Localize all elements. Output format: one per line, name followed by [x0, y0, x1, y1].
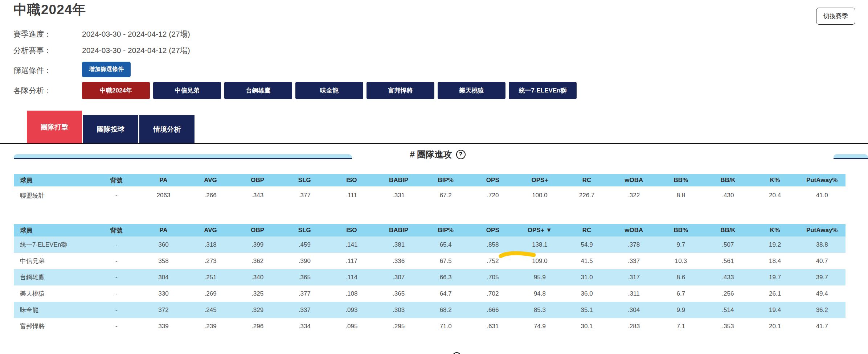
stat-cell: 38.8 [798, 236, 846, 253]
stat-cell: .114 [328, 269, 375, 285]
stat-cell: 41.7 [798, 318, 846, 334]
column-header-iso[interactable]: ISO [328, 174, 375, 186]
team-filter-button-tsg-hawks[interactable]: 台鋼雄鷹 [224, 82, 292, 99]
add-filter-button[interactable]: 增加篩選條件 [82, 62, 131, 77]
table-scrollbar-right[interactable] [834, 154, 868, 159]
column-header-iso[interactable]: ISO [328, 224, 375, 236]
stat-cell: 39.7 [798, 269, 846, 285]
filter-conditions-label: 篩選條件： [13, 65, 52, 75]
stat-cell: 40.7 [798, 253, 846, 269]
stat-cell: 54.9 [563, 236, 610, 253]
header-row: 球員背號PAAVGOBPSLGISOBABIPBIP%OPSOPS+RCwOBA… [14, 174, 846, 186]
team-filter-button-uni-lions[interactable]: 統一7-ELEVEn獅 [509, 82, 577, 99]
stat-cell: 67.2 [422, 186, 469, 205]
column-header-bb/k[interactable]: BB/K [704, 174, 752, 186]
stat-cell: 71.0 [422, 318, 469, 334]
stat-cell: - [93, 236, 140, 253]
column-header-bb%[interactable]: BB% [658, 224, 705, 236]
stat-cell: - [93, 269, 140, 285]
stat-cell: 85.3 [516, 302, 564, 318]
team-filter-button-ctbc-brothers[interactable]: 中信兄弟 [153, 82, 221, 99]
team-name-cell: 統一7-ELEVEn獅 [14, 236, 93, 253]
column-header-ops[interactable]: OPS [469, 174, 516, 186]
column-header-球員[interactable]: 球員 [14, 224, 93, 236]
stat-cell: .336 [375, 253, 422, 269]
column-header-bip%[interactable]: BIP% [422, 174, 469, 186]
column-header-putaway%[interactable]: PutAway% [798, 174, 846, 186]
stat-cell: .256 [704, 285, 752, 302]
column-header-bip%[interactable]: BIP% [422, 224, 469, 236]
stat-cell: 8.8 [658, 186, 705, 205]
stat-cell: .303 [375, 302, 422, 318]
team-filter-button-fubon-guardians[interactable]: 富邦悍將 [367, 82, 434, 99]
column-header-avg[interactable]: AVG [187, 224, 234, 236]
team-filter-button-rakuten-monkeys[interactable]: 樂天桃猿 [438, 82, 505, 99]
stat-cell: 64.7 [422, 285, 469, 302]
stat-cell: 372 [140, 302, 187, 318]
column-header-pa[interactable]: PA [140, 174, 187, 186]
stat-cell: 9.9 [658, 302, 705, 318]
stat-cell: .266 [187, 186, 234, 205]
stat-cell: .295 [375, 318, 422, 334]
stat-cell: .318 [187, 236, 234, 253]
tab-team-batting[interactable]: 團隊打擊 [27, 111, 82, 144]
stat-cell: .273 [187, 253, 234, 269]
column-header-avg[interactable]: AVG [187, 174, 234, 186]
stat-cell: 66.3 [422, 269, 469, 285]
column-header-pa[interactable]: PA [140, 224, 187, 236]
team-name-cell: 樂天桃猿 [14, 285, 93, 302]
column-header-woba[interactable]: wOBA [610, 174, 658, 186]
stat-cell: 49.4 [798, 285, 846, 302]
team-filter-button-cpbl-2024[interactable]: 中職2024年 [82, 82, 150, 99]
table-scrollbar-left[interactable] [14, 154, 352, 159]
column-header-slg[interactable]: SLG [281, 224, 328, 236]
column-header-背號[interactable]: 背號 [93, 224, 140, 236]
column-header-obp[interactable]: OBP [234, 174, 281, 186]
column-header-putaway%[interactable]: PutAway% [798, 224, 846, 236]
stat-cell: .858 [469, 236, 516, 253]
tab-situation-analysis[interactable]: 情境分析 [139, 115, 195, 144]
stat-cell: 226.7 [563, 186, 610, 205]
stat-cell: 94.8 [516, 285, 564, 302]
stat-cell: .329 [234, 302, 281, 318]
team-name-cell: 富邦悍將 [14, 318, 93, 334]
column-header-bb%[interactable]: BB% [658, 174, 705, 186]
column-header-ops+[interactable]: OPS+ [516, 174, 564, 186]
column-header-slg[interactable]: SLG [281, 174, 328, 186]
column-header-woba[interactable]: wOBA [610, 224, 658, 236]
stat-cell: .399 [234, 236, 281, 253]
tab-team-pitching[interactable]: 團隊投球 [83, 115, 138, 144]
stat-cell: .304 [610, 302, 658, 318]
column-header-babip[interactable]: BABIP [375, 174, 422, 186]
season-progress-value: 2024-03-30 - 2024-04-12 (27場) [82, 29, 190, 39]
stat-cell: 68.2 [422, 302, 469, 318]
switch-season-button[interactable]: 切換賽季 [816, 8, 855, 25]
column-header-背號[interactable]: 背號 [93, 174, 140, 186]
column-header-rc[interactable]: RC [563, 174, 610, 186]
stat-cell: .093 [328, 302, 375, 318]
column-header-bb/k[interactable]: BB/K [704, 224, 752, 236]
stat-cell: .334 [281, 318, 328, 334]
question-mark-circle-icon[interactable]: ? [456, 150, 466, 159]
stat-cell: - [93, 285, 140, 302]
stat-cell: .430 [704, 186, 752, 205]
stat-cell: .095 [328, 318, 375, 334]
column-header-球員[interactable]: 球員 [14, 174, 93, 186]
team-filter-button-wei-chuan-dragons[interactable]: 味全龍 [295, 82, 363, 99]
column-header-rc[interactable]: RC [563, 224, 610, 236]
column-header-k%[interactable]: K% [752, 224, 799, 236]
table-row: 富邦悍將-339.239.296.334.095.29571.0.63174.9… [14, 318, 846, 334]
stat-cell: 65.4 [422, 236, 469, 253]
column-header-ops[interactable]: OPS [469, 224, 516, 236]
column-header-k%[interactable]: K% [752, 174, 799, 186]
column-header-babip[interactable]: BABIP [375, 224, 422, 236]
stat-cell: .514 [704, 302, 752, 318]
stat-cell: .111 [328, 186, 375, 205]
stat-cell: 30.1 [563, 318, 610, 334]
stat-cell: .311 [610, 285, 658, 302]
league-stats-table: 球員背號PAAVGOBPSLGISOBABIPBIP%OPSOPS+RCwOBA… [14, 174, 846, 205]
stat-cell: .377 [281, 285, 328, 302]
column-header-obp[interactable]: OBP [234, 224, 281, 236]
column-header-ops+[interactable]: OPS+ ▼ [516, 224, 564, 236]
stat-cell: 10.3 [658, 253, 705, 269]
